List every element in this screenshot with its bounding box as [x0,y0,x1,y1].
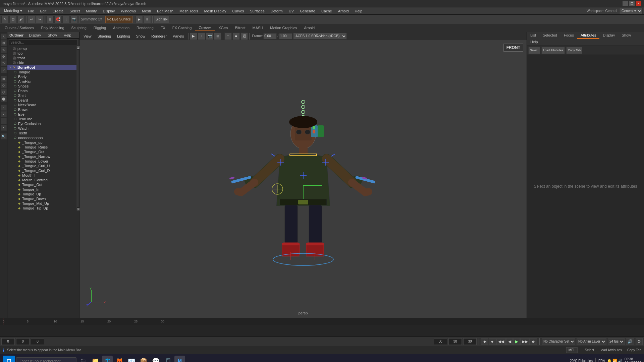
vp-shading-menu[interactable]: Shading [95,34,114,39]
vp-renderer-menu[interactable]: Renderer [149,34,169,39]
next-key-btn[interactable]: ▶▶ [520,338,530,345]
list-item[interactable]: ⬡ EyeOcclusion [7,121,76,126]
menu-uv[interactable]: UV [286,8,297,14]
list-item[interactable]: ◆ _Tongue_Curl_D [7,168,76,173]
rp-tab-focus[interactable]: Focus [560,32,577,39]
tab-animation[interactable]: Animation [110,25,133,31]
vp-grid-btn[interactable]: ⊞ [214,33,221,40]
vp-view-menu[interactable]: View [81,34,94,39]
list-item[interactable]: ⬡ Eye [7,112,76,117]
character-set-select[interactable]: No Character Set [542,338,575,345]
play-btn[interactable]: ▶ [513,338,520,345]
taskbar-icon-firefox[interactable]: 🦊 [114,356,125,362]
menu-curves[interactable]: Curves [229,8,247,14]
minimize-button[interactable]: ─ [623,1,628,6]
workspace-select[interactable]: General ▾ [619,8,643,14]
menu-meshtools[interactable]: Mesh Tools [177,8,201,14]
component-icon[interactable]: ▫ [1,105,7,111]
tab-curves-surfaces[interactable]: Curves / Surfaces [1,25,37,31]
menu-arnold[interactable]: Arnold [335,8,352,14]
list-item[interactable]: ◆ Tongue_Mid_Up [7,201,76,206]
timeline-bar[interactable] [0,325,644,337]
menu-editmesh[interactable]: Edit Mesh [154,8,176,14]
scale-tool-icon[interactable]: ⤢ [1,67,7,73]
restore-button[interactable]: ❐ [629,1,635,6]
list-item[interactable]: ◆ Tongue_Up [7,192,76,196]
snap-icon[interactable]: ⊞ [1,76,7,82]
skip-end-btn[interactable]: ⏭ [530,338,537,345]
menu-modeling[interactable]: Modeling ▾ [1,8,25,14]
sub-frame-input[interactable] [31,338,44,345]
tab-fx[interactable]: FX [157,25,169,31]
vp-panels-menu[interactable]: Panels [170,34,187,39]
menu-meshdisplay[interactable]: Mesh Display [201,8,229,14]
tb-paint[interactable]: 🖌 [17,16,25,23]
tab-motion-graphics[interactable]: Motion Graphics [267,25,300,31]
viewport-canvas[interactable]: FRONT [79,40,527,318]
taskbar-search-input[interactable] [16,357,76,362]
list-item[interactable]: ◆ Tongue_Down [7,196,76,201]
vp-show-menu[interactable]: Show [133,34,148,39]
range-end-2[interactable] [448,338,462,345]
range-start-input[interactable] [1,338,15,345]
list-item[interactable]: ◆ _Tongue_Out [7,149,76,154]
taskbar-icon-files[interactable]: 📁 [90,356,101,362]
list-item[interactable]: ▼ ✕ BoneRoot [7,65,76,70]
taskbar-icon-browser1[interactable]: 🌐 [102,356,113,362]
copy-tab-button[interactable]: Copy Tab [627,348,641,352]
tb-history[interactable]: ↩ [28,16,35,23]
list-item[interactable]: ⬡ ArmHair [7,79,76,84]
fps-select[interactable]: 24 fps [608,338,625,345]
rp-tab-display[interactable]: Display [599,32,618,39]
tab-custom[interactable]: Custom [195,25,215,31]
tab-poly-modeling[interactable]: Poly Modeling [38,25,67,31]
rp-tab-attributes[interactable]: Attributes [577,32,599,39]
tab-fx-caching[interactable]: FX Caching [169,25,195,31]
menu-help[interactable]: Help [352,8,365,14]
list-item[interactable]: ⬡ Pants [7,88,76,93]
menu-file[interactable]: File [25,8,37,14]
tb-camera[interactable]: 📷 [70,16,78,23]
prev-key-btn[interactable]: ⏭ [489,338,496,345]
select-button[interactable]: Select [585,348,594,352]
face-icon[interactable]: ▪ [1,125,7,131]
edge-icon[interactable]: — [1,118,7,124]
outliner-display-menu[interactable]: Display [28,33,42,37]
tab-xgen[interactable]: XGen [215,25,231,31]
range-end-1[interactable] [434,338,447,345]
rp-tab-help[interactable]: Help [527,39,541,46]
current-frame-input[interactable] [16,338,30,345]
tb-lasso[interactable]: ⊡ [9,16,17,23]
tab-arnold[interactable]: Arnold [301,25,318,31]
taskbar-icon-pkg[interactable]: 📦 [138,356,149,362]
menu-mesh[interactable]: Mesh [139,8,154,14]
list-item[interactable]: ⬡ NeckBeard [7,103,76,107]
list-item[interactable]: ⬡ Brows [7,107,76,112]
menu-select[interactable]: Select [67,8,83,14]
vp-render-btn[interactable]: ▶ [190,33,197,40]
select-tool-icon[interactable]: ↖ [1,34,7,40]
rp-tab-selected[interactable]: Selected [539,32,560,39]
list-item[interactable]: 🎥 top [7,51,76,56]
list-item[interactable]: 🎥 persp [7,46,76,51]
list-item[interactable]: ⬡ Beard [7,98,76,103]
search-icon[interactable]: 🔍 [1,133,7,139]
vp-lighting-menu[interactable]: Lighting [114,34,133,39]
list-item[interactable]: ⬡ Shirt [7,93,76,98]
menu-windows[interactable]: Windows [118,8,139,14]
tab-rigging[interactable]: Rigging [90,25,109,31]
tab-bifrost[interactable]: Bifrost [231,25,249,31]
timeline-ruler[interactable]: 0 5 10 15 20 25 30 [0,318,644,325]
list-item[interactable]: ⬡ Shoes [7,84,76,88]
taskbar-icon-maya[interactable]: M [174,356,185,362]
list-item[interactable]: ⬡ Body [7,74,76,79]
tab-rendering[interactable]: Rendering [133,25,157,31]
frame-input[interactable] [263,33,277,39]
list-item[interactable]: ◆ Tongue_Out [7,182,76,187]
color-profile-select[interactable]: ACES 1.0 SDR-video (sRGB) [293,33,347,40]
outliner-scrollbar[interactable]: ▲ ▼ [76,46,79,210]
vp-texture-btn[interactable]: 🖼 [240,33,248,40]
soft-select-icon[interactable]: ⬤ [1,96,7,102]
settings-btn[interactable]: ⚙ [636,338,643,345]
menu-modify[interactable]: Modify [83,8,99,14]
